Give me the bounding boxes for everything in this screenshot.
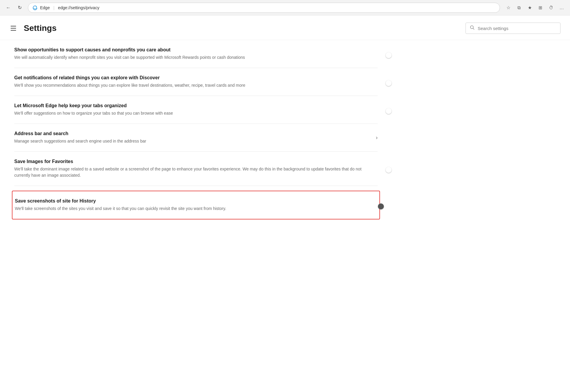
toggle-knob-favorites xyxy=(386,167,392,173)
split-view-button[interactable]: ⧉ xyxy=(514,3,524,12)
setting-title-favorites: Save Images for Favorites xyxy=(14,159,366,164)
setting-text-nonprofits: Show opportunities to support causes and… xyxy=(14,47,378,61)
setting-row-discover: Get notifications of related things you … xyxy=(14,68,378,96)
setting-title-history: Save screenshots of site for History xyxy=(15,198,365,204)
setting-desc-tabs: We'll offer suggestions on how to organi… xyxy=(14,110,366,116)
favorites-star-button[interactable]: ☆ xyxy=(504,3,513,12)
setting-row-nonprofits: Show opportunities to support causes and… xyxy=(14,40,378,68)
setting-title-addressbar: Address bar and search xyxy=(14,131,364,136)
settings-header: Settings xyxy=(0,15,570,40)
toggle-knob-nonprofits xyxy=(386,52,392,58)
setting-row-tabs: Let Microsoft Edge help keep your tabs o… xyxy=(14,96,378,124)
setting-text-history: Save screenshots of site for History We'… xyxy=(15,198,377,212)
edge-favicon xyxy=(32,5,38,10)
history-button[interactable]: ⏱ xyxy=(546,3,556,12)
setting-text-tabs: Let Microsoft Edge help keep your tabs o… xyxy=(14,103,378,116)
setting-desc-history: We'll take screenshots of the sites you … xyxy=(15,206,365,212)
toggle-knob-tabs xyxy=(386,108,392,114)
chevron-right-icon: › xyxy=(376,135,378,140)
settings-title-area: Settings xyxy=(10,23,56,33)
settings-content: Show opportunities to support causes and… xyxy=(0,40,392,224)
favorites-button[interactable]: ★ xyxy=(525,3,534,12)
toolbar-icons: ☆ ⧉ ★ ⊞ ⏱ … xyxy=(504,3,566,12)
settings-page: Settings Show opportunities to support c… xyxy=(0,15,570,392)
setting-desc-addressbar: Manage search suggestions and search eng… xyxy=(14,138,364,144)
search-input[interactable] xyxy=(478,26,556,31)
toggle-knob-history xyxy=(378,203,384,209)
setting-title-tabs: Let Microsoft Edge help keep your tabs o… xyxy=(14,103,366,108)
search-box[interactable] xyxy=(466,23,560,34)
setting-row-addressbar[interactable]: Address bar and search Manage search sug… xyxy=(14,124,378,152)
url-text: edge://settings/privacy xyxy=(58,5,99,10)
refresh-button[interactable]: ↻ xyxy=(15,3,24,12)
nav-buttons: ← ↻ xyxy=(4,3,24,12)
setting-row-history: Save screenshots of site for History We'… xyxy=(12,191,380,219)
address-divider: | xyxy=(53,5,55,10)
svg-line-1 xyxy=(473,29,474,30)
menu-button[interactable]: … xyxy=(557,3,566,12)
setting-title-nonprofits: Show opportunities to support causes and… xyxy=(14,47,366,53)
browser-chrome: ← ↻ Edge | edge://settings/privacy ☆ ⧉ ★… xyxy=(0,0,570,15)
setting-text-favorites: Save Images for Favorites We'll take the… xyxy=(14,159,378,178)
setting-text-addressbar: Address bar and search Manage search sug… xyxy=(14,131,376,144)
toggle-knob-discover xyxy=(386,80,392,86)
setting-title-discover: Get notifications of related things you … xyxy=(14,75,366,80)
search-icon xyxy=(470,25,475,31)
setting-desc-nonprofits: We will automatically identify when nonp… xyxy=(14,54,366,61)
setting-text-discover: Get notifications of related things you … xyxy=(14,75,378,88)
back-button[interactable]: ← xyxy=(4,3,13,12)
page-title: Settings xyxy=(24,23,56,33)
setting-row-favorites: Save Images for Favorites We'll take the… xyxy=(14,152,378,186)
sidebar-toggle-button[interactable] xyxy=(10,23,19,33)
setting-desc-discover: We'll show you recommendations about thi… xyxy=(14,82,366,88)
collections-button[interactable]: ⊞ xyxy=(536,3,545,12)
setting-control-addressbar[interactable]: › xyxy=(376,135,378,141)
browser-brand: Edge xyxy=(40,5,50,10)
address-bar[interactable]: Edge | edge://settings/privacy xyxy=(28,3,500,13)
setting-desc-favorites: We'll take the dominant image related to… xyxy=(14,166,366,178)
